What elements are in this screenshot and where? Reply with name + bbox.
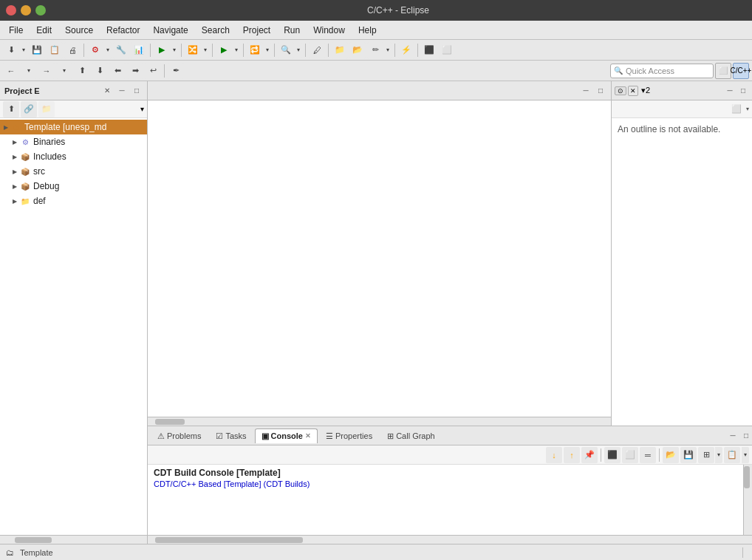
- editor-maximize-icon[interactable]: □: [595, 85, 606, 97]
- tab-callgraph[interactable]: ⊞ Call Graph: [380, 428, 442, 443]
- forward-button[interactable]: →: [38, 63, 55, 79]
- new-dropdown[interactable]: ▾: [20, 42, 27, 58]
- tree-item-root[interactable]: ▶ 🗂 Template [unesp_md: [0, 120, 147, 134]
- nav-btn-5[interactable]: ↩: [145, 63, 161, 79]
- outline-minimize-icon[interactable]: ─: [724, 85, 736, 97]
- console-open-file-btn[interactable]: 📂: [663, 447, 679, 463]
- console-hscroll[interactable]: [148, 535, 752, 544]
- misc-button[interactable]: ⚡: [398, 42, 414, 58]
- outline-menu-icon[interactable]: ✕: [628, 86, 638, 96]
- coverage-dropdown[interactable]: ▾: [264, 42, 271, 58]
- ext-tools-dropdown[interactable]: ▾: [202, 42, 209, 58]
- collapse-all-button[interactable]: ⬆: [3, 101, 19, 117]
- tree-item-def[interactable]: ▶ 📁 def: [0, 194, 147, 208]
- menu-run[interactable]: Run: [278, 24, 306, 37]
- extra-btn-2[interactable]: ⬜: [439, 42, 455, 58]
- open-file-button[interactable]: 📂: [349, 42, 366, 58]
- menu-file[interactable]: File: [3, 24, 29, 37]
- console-clear-btn[interactable]: ⬜: [622, 447, 638, 463]
- console-new-btn[interactable]: 📋: [724, 447, 740, 463]
- debug-button[interactable]: ⚙: [87, 42, 103, 58]
- tab-console[interactable]: ▣ Console ✕: [255, 428, 318, 443]
- open-folder-button[interactable]: 📁: [332, 42, 348, 58]
- nav-btn-3[interactable]: ⬅: [109, 63, 126, 79]
- menu-project[interactable]: Project: [237, 24, 276, 37]
- edit-btn[interactable]: ✒: [168, 63, 184, 79]
- cpp-perspective-btn[interactable]: C/C++: [733, 63, 749, 79]
- new-button[interactable]: ⬇: [3, 42, 19, 58]
- tab-properties[interactable]: ☰ Properties: [319, 428, 379, 443]
- tab-problems[interactable]: ⚠ Problems: [151, 428, 208, 443]
- bookmark-dropdown[interactable]: ▾: [384, 42, 392, 58]
- new-folder-button[interactable]: 📁: [38, 101, 55, 117]
- bottom-minimize-icon[interactable]: ─: [727, 430, 739, 442]
- close-button[interactable]: [6, 5, 16, 16]
- tool-btn-2[interactable]: 📊: [131, 42, 147, 58]
- project-tree-hscroll[interactable]: [0, 535, 147, 544]
- toolbar-btn-a[interactable]: 🖊: [309, 42, 325, 58]
- tree-item-src[interactable]: ▶ 📦 src: [0, 164, 147, 179]
- console-copy-btn[interactable]: ═: [640, 447, 656, 463]
- console-scroll-down[interactable]: ↓: [546, 447, 562, 463]
- menu-source[interactable]: Source: [59, 24, 99, 37]
- save-button[interactable]: 💾: [29, 42, 45, 58]
- extra-btn-1[interactable]: ⬛: [421, 42, 437, 58]
- tree-item-includes[interactable]: ▶ 📦 Includes: [0, 149, 147, 164]
- back-dropdown[interactable]: ▾: [21, 63, 37, 79]
- back-button[interactable]: ←: [3, 63, 19, 79]
- outline-dropdown-icon[interactable]: ▾: [746, 106, 749, 112]
- console-pin-btn[interactable]: 📌: [581, 447, 598, 463]
- editor-minimize-icon[interactable]: ─: [580, 85, 592, 97]
- bookmark-button[interactable]: ✏: [367, 42, 383, 58]
- tool-btn-1[interactable]: 🔧: [113, 42, 129, 58]
- run-dropdown[interactable]: ▾: [171, 42, 178, 58]
- console-scroll-up[interactable]: ↑: [564, 447, 580, 463]
- tree-item-debug[interactable]: ▶ 📦 Debug: [0, 179, 147, 194]
- coverage-button[interactable]: 🔁: [247, 42, 263, 58]
- nav-btn-1[interactable]: ⬆: [74, 63, 90, 79]
- profile-button[interactable]: ▶: [216, 42, 232, 58]
- print-button[interactable]: 🖨: [64, 42, 81, 58]
- nav-btn-2[interactable]: ⬇: [92, 63, 108, 79]
- menu-navigate[interactable]: Navigate: [147, 24, 194, 37]
- editor-hscroll[interactable]: [148, 417, 611, 426]
- properties-icon: ☰: [326, 431, 333, 441]
- menu-window[interactable]: Window: [307, 24, 351, 37]
- ext-tools-button[interactable]: 🔀: [185, 42, 201, 58]
- search-dropdown[interactable]: ▾: [295, 42, 302, 58]
- outline-sync-icon[interactable]: ⊙: [615, 86, 626, 95]
- menu-search[interactable]: Search: [196, 24, 236, 37]
- quick-access-input[interactable]: 🔍 Quick Access: [610, 64, 714, 78]
- menu-help[interactable]: Help: [352, 24, 383, 37]
- console-content: CDT Build Console [Template] CDT/C/C++ B…: [148, 465, 743, 535]
- console-extra-btn[interactable]: ⊞: [698, 447, 714, 463]
- console-vscroll[interactable]: [743, 465, 752, 535]
- search-button[interactable]: 🔍: [278, 42, 294, 58]
- nav-btn-4[interactable]: ➡: [127, 63, 143, 79]
- run-button[interactable]: ▶: [154, 42, 170, 58]
- perspective-switch-btn[interactable]: ⬜: [715, 63, 731, 79]
- console-new-dropdown[interactable]: ▾: [742, 447, 749, 463]
- project-explorer-minimize-icon[interactable]: ─: [116, 85, 128, 97]
- debug-dropdown[interactable]: ▾: [104, 42, 112, 58]
- editor-area[interactable]: [148, 100, 611, 417]
- tab-tasks[interactable]: ☑ Tasks: [209, 428, 253, 443]
- forward-dropdown[interactable]: ▾: [56, 63, 72, 79]
- maximize-button[interactable]: [35, 5, 46, 16]
- console-extra-dropdown[interactable]: ▾: [715, 447, 722, 463]
- bottom-maximize-icon[interactable]: □: [740, 430, 752, 442]
- console-close-icon[interactable]: ✕: [305, 432, 311, 440]
- project-explorer-maximize-icon[interactable]: □: [131, 85, 143, 97]
- outline-maximize-icon[interactable]: □: [737, 85, 749, 97]
- link-editor-button[interactable]: 🔗: [21, 101, 37, 117]
- console-save-btn[interactable]: 💾: [680, 447, 697, 463]
- tree-item-binaries[interactable]: ▶ ⚙ Binaries: [0, 134, 147, 149]
- tree-menu-icon[interactable]: ▾: [140, 105, 144, 113]
- project-explorer-close-icon[interactable]: ✕: [101, 85, 113, 97]
- menu-edit[interactable]: Edit: [30, 24, 58, 37]
- save-all-button[interactable]: 📋: [47, 42, 63, 58]
- console-wrap-btn[interactable]: ⬛: [604, 447, 621, 463]
- profile-dropdown[interactable]: ▾: [233, 42, 240, 58]
- minimize-button[interactable]: [21, 5, 31, 16]
- menu-refactor[interactable]: Refactor: [100, 24, 146, 37]
